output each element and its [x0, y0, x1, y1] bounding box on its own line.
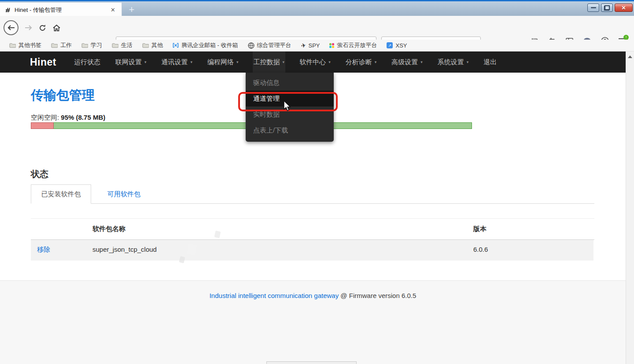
scroll-up-arrow-icon[interactable] [628, 55, 632, 58]
nav-item-network-settings[interactable]: 联网设置▾ [114, 51, 147, 73]
bookmark-label: 其他 [151, 41, 163, 49]
titlebar: Hinet - 传输包管理 ✕ + ✕ [0, 0, 634, 16]
tab-installed-packages[interactable]: 已安装软件包 [31, 184, 91, 204]
folder-icon [51, 43, 58, 48]
chevron-down-icon: ▾ [467, 60, 469, 64]
bookmark-label: 腾讯企业邮箱 - 收件箱 [181, 41, 238, 49]
watermark [179, 256, 185, 263]
table-header-row: 软件包名称 版本 [31, 219, 593, 239]
nav-item-industrial-data[interactable]: 工控数据▾ [253, 51, 286, 73]
page-footer: Industrial intelligent communication gat… [0, 280, 626, 364]
bookmark-label: 学习 [91, 41, 102, 49]
bookmark-label: SPY [308, 42, 320, 49]
bookmark-label: 萤石云开放平台 [337, 41, 377, 49]
back-icon [7, 25, 15, 31]
bookmark-label: 生活 [121, 41, 133, 49]
column-header-version: 版本 [473, 225, 487, 233]
chevron-down-icon: ▾ [283, 60, 285, 64]
tab-favicon-icon [4, 7, 11, 13]
tab-available-packages[interactable]: 可用软件包 [101, 184, 147, 204]
watermark [187, 244, 197, 256]
minimize-icon [591, 7, 596, 8]
restore-button[interactable] [601, 4, 613, 12]
new-tab-button[interactable]: + [125, 4, 138, 16]
home-icon[interactable] [52, 24, 61, 32]
free-space-label: 空闲空间: [31, 114, 59, 121]
package-version: 6.0.6 [473, 246, 488, 253]
menu-item-driver-info[interactable]: 驱动信息 [246, 75, 334, 91]
nav-item-advanced-settings[interactable]: 高级设置▾ [391, 51, 424, 73]
mouse-cursor [283, 100, 292, 114]
back-button[interactable] [4, 20, 18, 35]
nav-item-comm-settings[interactable]: 通讯设置▾ [161, 51, 194, 73]
gateway-link[interactable]: Industrial intelligent communication gat… [210, 292, 339, 299]
column-header-name: 软件包名称 [92, 225, 125, 233]
bookmark-item[interactable]: 学习 [77, 41, 107, 49]
browser-tab[interactable]: Hinet - 传输包管理 ✕ [0, 3, 122, 17]
chevron-down-icon: ▾ [375, 60, 377, 64]
ezviz-icon [329, 43, 334, 48]
bookmark-label: 综合管理平台 [257, 41, 291, 49]
forward-icon[interactable] [25, 25, 33, 31]
bookmarks-bar: 其他书签 工作 学习 生活 其他 腾讯企业邮箱 - 收件箱 综合管理平台 [0, 40, 634, 51]
bookmark-item[interactable]: 综合管理平台 [243, 41, 296, 49]
browser-toolbar: 192.168.9.99/cgi-bin/luci/;stok=489fe39e… [0, 16, 634, 40]
update-badge: ↑ [623, 35, 629, 40]
package-tabs: 已安装软件包 可用软件包 [31, 184, 594, 204]
nav-item-system-settings[interactable]: 系统设置▾ [437, 51, 470, 73]
menu-item-point-table[interactable]: 点表上/下载 [246, 122, 334, 138]
tab-title: Hinet - 传输包管理 [15, 6, 109, 14]
page-viewport: Hinet 运行状态 联网设置▾ 通讯设置▾ 编程网络▾ 工控数据▾ 软件中心▾… [0, 51, 634, 364]
spy-plane-icon: ✈ [300, 42, 306, 49]
horizontal-scrollbar[interactable] [266, 361, 357, 364]
brand-logo[interactable]: Hinet [30, 56, 56, 68]
free-space-text: 空闲空间: 95% (8.75 MB) [31, 114, 105, 122]
bookmark-item[interactable]: 萤石云开放平台 [324, 41, 382, 49]
chevron-down-icon: ▾ [420, 60, 423, 64]
bookmark-item[interactable]: ✈ SPY [296, 42, 325, 49]
bookmark-item[interactable]: 其他 [137, 41, 168, 49]
close-icon: ✕ [621, 5, 626, 11]
chevron-down-icon: ▾ [328, 60, 331, 64]
globe-icon [248, 42, 254, 49]
xsy-icon: ↗ [387, 42, 393, 48]
nav-item-software-center[interactable]: 软件中心▾ [299, 51, 332, 73]
tab-close-icon[interactable]: ✕ [109, 7, 117, 13]
bookmark-item[interactable]: 其他书签 [4, 41, 46, 49]
minimize-button[interactable] [587, 4, 599, 12]
browser-window: Hinet - 传输包管理 ✕ + ✕ [0, 0, 634, 364]
restore-icon [605, 6, 609, 10]
folder-icon [142, 43, 149, 48]
table-row: 移除 super_json_tcp_cloud 6.0.6 [31, 240, 593, 261]
bookmark-item[interactable]: 工作 [46, 41, 77, 49]
close-button[interactable]: ✕ [615, 4, 633, 12]
tencent-mail-icon [173, 43, 179, 48]
folder-icon [81, 43, 88, 48]
bookmark-label: XSY [395, 42, 407, 49]
vertical-scrollbar[interactable] [626, 51, 634, 364]
bookmark-item[interactable]: ↗ XSY [382, 42, 412, 49]
progress-used-segment [31, 122, 54, 129]
chevron-down-icon: ▾ [236, 60, 239, 64]
package-name: super_json_tcp_cloud [92, 246, 157, 253]
nav-item-logout[interactable]: 退出 [483, 51, 498, 73]
free-space-value: 95% (8.75 MB) [61, 114, 105, 121]
chevron-down-icon: ▾ [144, 60, 147, 64]
refresh-icon[interactable] [39, 24, 46, 32]
remove-link[interactable]: 移除 [37, 246, 50, 254]
status-heading: 状态 [31, 168, 48, 180]
nav-item-running-status[interactable]: 运行状态 [73, 51, 101, 73]
firmware-version-text: @ Firmware version 6.0.5 [339, 292, 416, 299]
bookmark-label: 工作 [60, 41, 72, 49]
site-navbar: Hinet 运行状态 联网设置▾ 通讯设置▾ 编程网络▾ 工控数据▾ 软件中心▾… [0, 51, 626, 73]
chevron-down-icon: ▾ [191, 60, 193, 64]
bookmark-label: 其他书签 [18, 41, 41, 49]
bookmark-item[interactable]: 腾讯企业邮箱 - 收件箱 [168, 41, 243, 49]
folder-icon [9, 43, 16, 48]
nav-item-diagnostics[interactable]: 分析诊断▾ [345, 51, 378, 73]
nav-item-programming-network[interactable]: 编程网络▾ [206, 51, 240, 73]
page-title: 传输包管理 [31, 87, 95, 104]
bookmark-item[interactable]: 生活 [107, 41, 137, 49]
folder-icon [112, 43, 118, 48]
